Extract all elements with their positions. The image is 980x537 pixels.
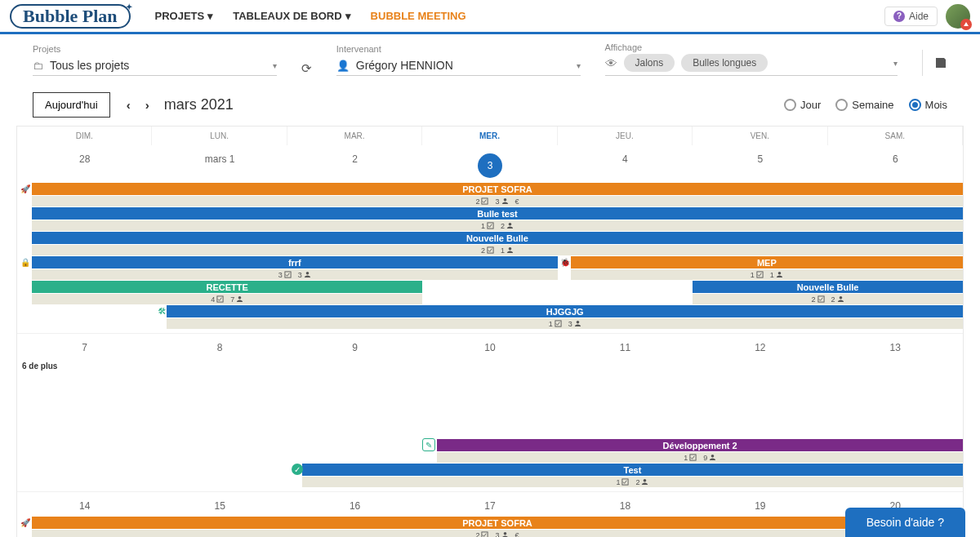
date-cell[interactable]: 11: [558, 334, 693, 358]
date-cell[interactable]: 5: [693, 145, 827, 183]
meta-count: 7: [230, 295, 234, 304]
logo-decoration: ✦: [126, 2, 132, 11]
date-cell[interactable]: 3: [422, 145, 557, 183]
meta-count: 4: [211, 295, 215, 304]
date-cell[interactable]: 15: [152, 492, 287, 517]
filter-intervenant-select[interactable]: 👤 Grégory HENNION ▾: [336, 55, 581, 76]
event-meta: 1 2: [32, 220, 963, 231]
nav-meeting[interactable]: BUBBLE MEETING: [363, 5, 474, 27]
date-cell[interactable]: 10: [422, 334, 557, 358]
meta-count: 2: [475, 531, 479, 538]
help-button[interactable]: ? Aide: [884, 7, 938, 26]
rocket-icon: 🚀: [20, 517, 31, 528]
event-bulle-test[interactable]: Bulle test: [32, 207, 963, 220]
pill-bulles[interactable]: Bulles longues: [681, 54, 768, 72]
date-row: 7 8 9 10 11 12 13: [17, 333, 963, 358]
caret-down-icon: ▾: [577, 61, 581, 70]
meta-count: 2: [475, 197, 479, 206]
meta-euro: €: [515, 197, 519, 206]
day-head: SAM.: [828, 126, 963, 145]
help-widget[interactable]: Besoin d'aide ?: [845, 508, 965, 537]
date-cell[interactable]: 16: [287, 492, 422, 517]
view-mois[interactable]: Mois: [909, 99, 947, 111]
svg-point-1: [503, 198, 506, 202]
event-mep[interactable]: MEP: [571, 256, 963, 268]
nav-tableaux-label: TABLEAUX DE BORD: [233, 10, 341, 22]
event-test[interactable]: Test: [302, 464, 963, 476]
meta-count: 3: [568, 320, 572, 328]
svg-point-13: [839, 296, 842, 300]
svg-point-9: [778, 272, 782, 275]
check-icon: ✓: [292, 464, 303, 475]
week2-events: ✎ Développement 2 1 9 ✓ Test 1 2: [17, 374, 963, 491]
event-sofra[interactable]: PROJET SOFRA: [32, 183, 963, 195]
event-recette[interactable]: RECETTE: [32, 281, 422, 293]
save-icon[interactable]: [934, 56, 947, 69]
week1-events: 🚀 PROJET SOFRA 2 3 € Bulle test 1 2 Nouv…: [17, 183, 963, 333]
meta-count: 2: [831, 295, 835, 304]
day-header: DIM. LUN. MAR. MER. JEU. VEN. SAM.: [17, 126, 963, 145]
event-meta: 2 2: [693, 294, 963, 304]
meta-count: 2: [812, 295, 816, 304]
user-avatar[interactable]: [946, 4, 970, 29]
event-meta: 1 3: [167, 318, 963, 329]
caret-down-icon: ▾: [345, 10, 351, 22]
nav-tableaux[interactable]: TABLEAUX DE BORD ▾: [225, 5, 359, 27]
meta-count: 1: [549, 320, 553, 328]
filter-projets-label: Projets: [33, 44, 277, 54]
svg-point-11: [238, 296, 242, 300]
date-cell[interactable]: 17: [422, 492, 557, 517]
svg-point-17: [711, 455, 715, 458]
date-cell[interactable]: 7: [17, 334, 152, 358]
nav-meeting-label: BUBBLE MEETING: [371, 10, 466, 22]
today-badge: 3: [478, 153, 502, 178]
date-cell[interactable]: 28: [17, 145, 152, 183]
day-head: MER.: [422, 126, 557, 145]
view-semaine[interactable]: Semaine: [835, 99, 893, 111]
date-cell[interactable]: 4: [558, 145, 693, 183]
today-button[interactable]: Aujourd'hui: [33, 92, 110, 118]
event-nouvelle-bulle-2[interactable]: Nouvelle Bulle: [693, 281, 963, 293]
meta-count: 2: [481, 246, 485, 255]
day-head: DIM.: [17, 126, 152, 145]
event-dev2[interactable]: Développement 2: [437, 439, 963, 451]
date-cell[interactable]: 12: [693, 334, 827, 358]
pill-jalons[interactable]: Jalons: [624, 54, 675, 72]
date-cell[interactable]: 2: [287, 145, 422, 183]
date-cell[interactable]: 8: [152, 334, 287, 358]
eye-icon[interactable]: 👁: [605, 56, 617, 70]
calendar-toolbar: Aujourd'hui ‹ › mars 2021 Jour Semaine M…: [0, 84, 980, 126]
event-meta: 2 3 €: [32, 530, 963, 537]
nav-projets-label: PROJETS: [155, 10, 205, 22]
filter-intervenant: Intervenant 👤 Grégory HENNION ▾: [336, 44, 581, 76]
edit-icon[interactable]: ✎: [422, 438, 435, 451]
filter-projets-select[interactable]: 🗀 Tous les projets ▾: [33, 55, 277, 76]
day-head: JEU.: [558, 126, 693, 145]
nav-projets[interactable]: PROJETS ▾: [147, 5, 222, 27]
meta-count: 1: [684, 454, 688, 462]
prev-arrow-icon[interactable]: ‹: [127, 98, 131, 112]
calendar: DIM. LUN. MAR. MER. JEU. VEN. SAM. 28 ma…: [16, 126, 964, 537]
refresh-icon[interactable]: ⟳: [301, 61, 312, 76]
view-jour[interactable]: Jour: [784, 99, 821, 111]
header-right: ? Aide: [884, 4, 970, 29]
main-nav: PROJETS ▾ TABLEAUX DE BORD ▾ BUBBLE MEET…: [147, 5, 474, 27]
more-events-link[interactable]: 6 de plus: [17, 358, 963, 374]
event-hjggjg[interactable]: HJGGJG: [167, 305, 963, 317]
event-nouvelle-bulle[interactable]: Nouvelle Bulle: [32, 232, 963, 244]
date-cell[interactable]: 18: [558, 492, 693, 517]
day-head: MAR.: [287, 126, 422, 145]
event-frrf[interactable]: frrf: [32, 256, 558, 268]
event-sofra-2[interactable]: PROJET SOFRA: [32, 517, 963, 529]
date-row: 28 mars 1 2 3 4 5 6: [17, 145, 963, 183]
date-cell[interactable]: 9: [287, 334, 422, 358]
date-cell[interactable]: 6: [828, 145, 963, 183]
next-arrow-icon[interactable]: ›: [145, 98, 149, 112]
date-cell[interactable]: mars 1: [152, 145, 287, 183]
view-semaine-label: Semaine: [852, 99, 893, 111]
date-cell[interactable]: 13: [828, 334, 963, 358]
date-cell[interactable]: 14: [17, 492, 152, 517]
date-cell[interactable]: 19: [693, 492, 827, 517]
week3-events: 🚀 PROJET SOFRA 2 3 € ✓ Test 1 2 Nouvelle…: [17, 517, 963, 537]
logo-text: Bubble Plan: [23, 6, 118, 26]
